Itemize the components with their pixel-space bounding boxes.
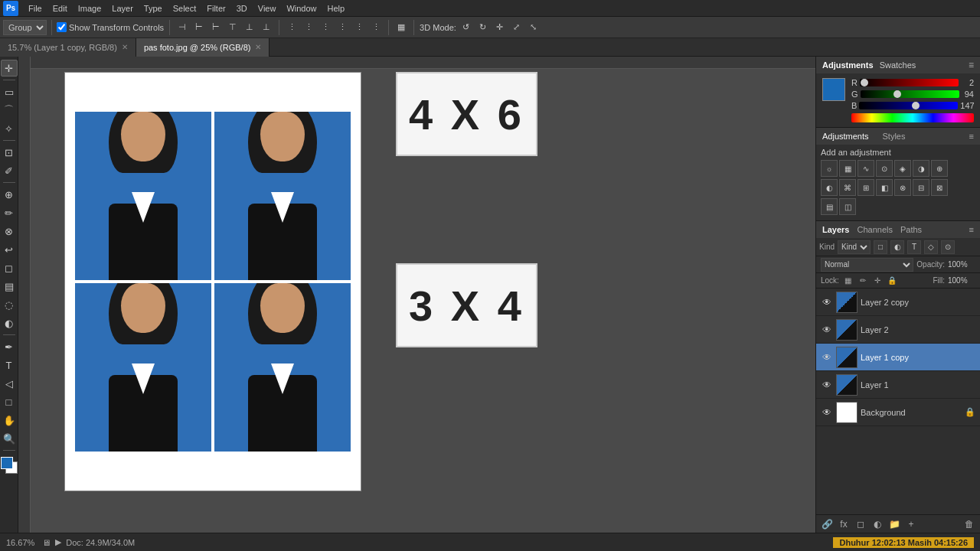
adj-vibrance[interactable]: ◈ bbox=[894, 160, 911, 177]
adj-channel-mixer[interactable]: ⊞ bbox=[858, 179, 874, 196]
distribute-top-icon[interactable]: ⋮ bbox=[335, 21, 349, 34]
channels-tab[interactable]: Channels bbox=[857, 225, 892, 234]
layer-kind-select[interactable]: Kind bbox=[838, 240, 871, 254]
align-left-icon[interactable]: ⊣ bbox=[175, 21, 189, 34]
marquee-tool[interactable]: ▭ bbox=[1, 83, 18, 100]
align-right-icon[interactable]: ⊢ bbox=[209, 21, 223, 34]
adj-threshold[interactable]: ⊠ bbox=[931, 179, 948, 196]
adj-bright-contrast[interactable]: ☼ bbox=[821, 160, 838, 177]
layer-item-2[interactable]: 👁 Layer 1 copy bbox=[816, 344, 980, 371]
dodge-tool[interactable]: ◐ bbox=[1, 315, 18, 331]
lock-pixels-icon[interactable]: ▦ bbox=[842, 275, 854, 287]
align-top-icon[interactable]: ⊤ bbox=[226, 21, 240, 34]
filter-smart-btn[interactable]: ⊙ bbox=[941, 240, 955, 254]
menu-select[interactable]: Select bbox=[168, 2, 202, 15]
crop-tool[interactable]: ⊡ bbox=[1, 144, 18, 161]
type-tool[interactable]: T bbox=[1, 357, 18, 373]
magic-wand-tool[interactable]: ✧ bbox=[1, 120, 18, 137]
opacity-value[interactable]: 100% bbox=[948, 260, 975, 269]
clone-tool[interactable]: ⊗ bbox=[1, 223, 18, 240]
filter-pixel-btn[interactable]: □ bbox=[874, 240, 887, 254]
layers-panel-menu[interactable]: ≡ bbox=[969, 225, 974, 234]
layers-tab[interactable]: Layers bbox=[822, 225, 849, 234]
layer-vis-1[interactable]: 👁 bbox=[821, 324, 833, 336]
shape-tool[interactable]: □ bbox=[1, 393, 18, 410]
new-adj-layer-btn[interactable]: ◐ bbox=[870, 517, 885, 532]
align-center-h-icon[interactable]: ⊢ bbox=[192, 21, 206, 34]
gradient-tool[interactable]: ▤ bbox=[1, 278, 18, 295]
fill-value[interactable]: 100% bbox=[948, 276, 975, 285]
swatches-tab[interactable]: Swatches bbox=[880, 60, 916, 70]
adj-color-lookup[interactable]: ◧ bbox=[876, 179, 893, 196]
layer-item-1[interactable]: 👁 Layer 2 bbox=[816, 316, 980, 344]
align-center-v-icon[interactable]: ⊥ bbox=[243, 21, 256, 34]
layer-vis-0[interactable]: 👁 bbox=[821, 296, 833, 308]
transform-controls-checkbox[interactable] bbox=[57, 22, 67, 32]
blend-mode-select[interactable]: Normal bbox=[821, 258, 913, 272]
menu-view[interactable]: View bbox=[253, 2, 282, 15]
arrange-icon[interactable]: ▦ bbox=[394, 21, 408, 34]
menu-filter[interactable]: Filter bbox=[201, 2, 230, 15]
adjustments-tab[interactable]: Adjustments bbox=[822, 132, 869, 141]
history-brush-tool[interactable]: ↩ bbox=[1, 241, 18, 258]
adj-exposure[interactable]: ⊙ bbox=[876, 160, 893, 177]
distribute-center-v-icon[interactable]: ⋮ bbox=[352, 21, 366, 34]
color-preview[interactable] bbox=[822, 78, 845, 101]
eraser-tool[interactable]: ◻ bbox=[1, 259, 18, 276]
adj-posterize[interactable]: ⊟ bbox=[913, 179, 929, 196]
color-panel-menu[interactable]: ≡ bbox=[969, 60, 974, 70]
distribute-right-icon[interactable]: ⋮ bbox=[318, 21, 332, 34]
3d-roll-icon[interactable]: ↻ bbox=[476, 21, 490, 34]
filter-adj-btn[interactable]: ◐ bbox=[890, 240, 904, 254]
filter-type-btn[interactable]: T bbox=[907, 240, 921, 254]
blur-tool[interactable]: ◌ bbox=[1, 296, 18, 313]
canvas-area[interactable]: 4 X 6 3 X 4 bbox=[18, 57, 815, 533]
distribute-left-icon[interactable]: ⋮ bbox=[285, 21, 299, 34]
tab-layer1copy[interactable]: 15.7% (Layer 1 copy, RGB/8) ✕ bbox=[0, 38, 136, 57]
3d-rotate-icon[interactable]: ↺ bbox=[459, 21, 473, 34]
paths-tab[interactable]: Paths bbox=[900, 225, 922, 234]
3d-pan-icon[interactable]: ✛ bbox=[493, 21, 507, 34]
layer-vis-4[interactable]: 👁 bbox=[821, 406, 833, 419]
green-slider[interactable] bbox=[861, 90, 959, 98]
new-group-btn[interactable]: 📁 bbox=[887, 517, 902, 532]
color-spectrum[interactable] bbox=[851, 113, 974, 122]
adj-invert[interactable]: ⊗ bbox=[894, 179, 911, 196]
path-tool[interactable]: ◁ bbox=[1, 375, 18, 392]
zoom-tool[interactable]: 🔍 bbox=[1, 430, 18, 447]
3d-slide-icon[interactable]: ⤢ bbox=[510, 21, 524, 34]
3d-scale-icon[interactable]: ⤡ bbox=[527, 21, 541, 34]
layer-fx-btn[interactable]: fx bbox=[836, 517, 851, 532]
adj-color-balance[interactable]: ⊕ bbox=[931, 160, 948, 177]
lock-all-icon[interactable]: 🔒 bbox=[886, 275, 898, 287]
lock-brush-icon[interactable]: ✏ bbox=[857, 275, 869, 287]
adj-curves[interactable]: ∿ bbox=[858, 160, 874, 177]
link-layers-btn[interactable]: 🔗 bbox=[819, 517, 835, 532]
styles-tab[interactable]: Styles bbox=[883, 132, 906, 141]
adj-selective-color[interactable]: ◫ bbox=[839, 198, 856, 215]
adj-panel-menu[interactable]: ≡ bbox=[969, 132, 974, 141]
layer-item-3[interactable]: 👁 Layer 1 bbox=[816, 371, 980, 399]
layer-vis-2[interactable]: 👁 bbox=[821, 351, 833, 364]
pen-tool[interactable]: ✒ bbox=[1, 338, 18, 355]
layer-item-4[interactable]: 👁 Background 🔒 bbox=[816, 399, 980, 426]
transform-controls-label[interactable]: Show Transform Controls bbox=[57, 22, 164, 32]
adj-levels[interactable]: ▦ bbox=[839, 160, 856, 177]
delete-layer-btn[interactable]: 🗑 bbox=[962, 517, 977, 532]
add-mask-btn[interactable]: ◻ bbox=[853, 517, 868, 532]
eyedropper-tool[interactable]: ✐ bbox=[1, 162, 18, 179]
red-slider[interactable] bbox=[860, 79, 959, 86]
menu-help[interactable]: Help bbox=[322, 2, 351, 15]
blue-slider[interactable] bbox=[859, 102, 958, 109]
filter-shape-btn[interactable]: ◇ bbox=[924, 240, 938, 254]
adj-bw[interactable]: ◐ bbox=[821, 179, 838, 196]
foreground-color-swatch[interactable] bbox=[1, 457, 13, 469]
move-tool[interactable]: ✛ bbox=[1, 60, 18, 77]
adj-gradient-map[interactable]: ▤ bbox=[821, 198, 838, 215]
menu-type[interactable]: Type bbox=[139, 2, 168, 15]
lock-move-icon[interactable]: ✛ bbox=[871, 275, 884, 287]
distribute-bottom-icon[interactable]: ⋮ bbox=[369, 21, 383, 34]
adj-photo-filter[interactable]: ⌘ bbox=[839, 179, 856, 196]
color-tab[interactable]: Adjustments bbox=[822, 60, 874, 70]
lasso-tool[interactable]: ⌒ bbox=[1, 102, 18, 119]
